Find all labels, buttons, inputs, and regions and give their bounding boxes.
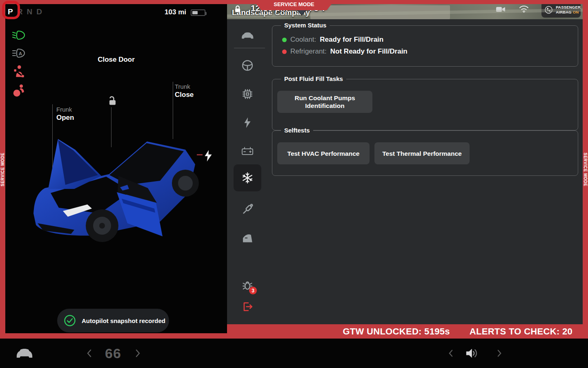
app-dock: 66 ♪ xyxy=(0,339,588,368)
debug-alert-badge: 3 xyxy=(249,287,257,294)
post-fluid-title: Post Fluid Fill Tasks xyxy=(281,75,346,82)
screen: P R N D 103 mi A xyxy=(0,0,588,368)
cabin-temperature[interactable]: 66 xyxy=(100,339,126,368)
locked-padlock-icon[interactable] xyxy=(234,5,242,15)
tab-computer[interactable] xyxy=(237,84,258,104)
toast-text: Autopilot snapshot recorded xyxy=(82,317,165,324)
airbag-line2: AIRBAG xyxy=(556,10,573,14)
tab-closures-door[interactable] xyxy=(237,228,258,248)
service-mode-border-left: SERVICE MODE xyxy=(0,0,5,339)
volume-icon[interactable] xyxy=(461,339,484,368)
trunk-label[interactable]: Trunk Close xyxy=(175,83,194,99)
battery-range: 103 mi xyxy=(165,8,186,16)
service-content: 3 System Status Coolant: Ready for F xyxy=(227,19,583,324)
tab-high-voltage[interactable] xyxy=(237,112,258,133)
airbag-line1: PASSENGER xyxy=(556,5,581,9)
test-thermal-button[interactable]: Test Thermal Performance xyxy=(374,142,470,164)
low-beam-icon xyxy=(12,29,26,43)
refrigerant-value: Not Ready for Fill/Drain xyxy=(330,47,408,56)
test-hvac-button[interactable]: Test HVAC Performance xyxy=(277,142,370,164)
service-mode-right-text: SERVICE MODE xyxy=(583,153,588,186)
gtw-unlocked-text: GTW UNLOCKED: 5195s xyxy=(343,326,450,337)
service-mode-border-bottom xyxy=(0,333,227,339)
battery-fill xyxy=(192,11,198,14)
coolant-label: Coolant: xyxy=(290,36,316,44)
map-redaction-box xyxy=(310,5,450,19)
vehicle-status-panel: P R N D 103 mi A xyxy=(5,4,227,334)
tab-low-voltage-battery[interactable] xyxy=(237,141,258,162)
battery-icon[interactable] xyxy=(191,9,205,16)
close-door-label[interactable]: Close Door xyxy=(5,56,227,64)
tab-debug[interactable]: 3 xyxy=(237,275,258,295)
park-gear-annotation-circle xyxy=(2,1,20,19)
temp-down-chevron[interactable] xyxy=(82,339,96,368)
alerts-to-check-text: ALERTS TO CHECK: 20 xyxy=(470,326,572,337)
volume-up-chevron[interactable] xyxy=(492,339,507,368)
coolant-status-row: Coolant: Ready for Fill/Drain xyxy=(282,36,383,44)
run-coolant-pumps-button[interactable]: Run Coolant Pumps Identification xyxy=(277,91,372,113)
gtw-alert-banner: GTW UNLOCKED: 5195s ALERTS TO CHECK: 20 xyxy=(227,324,588,339)
airbag-warning-icon xyxy=(12,83,26,97)
service-mode-left-text: SERVICE MODE xyxy=(0,153,5,186)
selftests-group: Selftests Test HVAC Performance Test The… xyxy=(272,130,578,176)
coolant-status-dot xyxy=(282,38,287,42)
service-mode-panel: New Image Landscape Company 12:30 pm 73°… xyxy=(227,0,583,324)
wifi-icon[interactable] xyxy=(519,5,529,15)
service-mode-banner-text: SERVICE MODE xyxy=(274,1,314,7)
system-status-group: System Status Coolant: Ready for Fill/Dr… xyxy=(272,25,578,67)
check-circle-icon xyxy=(64,314,76,327)
svg-text:A: A xyxy=(19,51,22,56)
car-controls-icon[interactable] xyxy=(12,339,37,368)
unlocked-padlock-icon[interactable] xyxy=(106,95,118,108)
battery-nub xyxy=(205,12,207,15)
autopilot-toast: Autopilot snapshot recorded xyxy=(57,309,169,332)
post-fluid-fill-group: Post Fluid Fill Tasks Run Coolant Pumps … xyxy=(272,79,578,130)
tab-steering[interactable] xyxy=(237,55,258,76)
tab-suspension[interactable] xyxy=(237,199,258,220)
refrigerant-status-row: Refrigerant: Not Ready for Fill/Drain xyxy=(282,47,408,56)
gear-neutral[interactable]: N xyxy=(27,7,32,16)
airbag-icon xyxy=(544,4,553,16)
refrigerant-label: Refrigerant: xyxy=(290,47,327,56)
service-mode-banner: SERVICE MODE xyxy=(253,0,335,10)
selftests-title: Selftests xyxy=(281,127,313,134)
frunk-label[interactable]: Frunk Open xyxy=(56,106,74,122)
tab-vehicle[interactable] xyxy=(237,25,258,46)
temp-up-chevron[interactable] xyxy=(131,339,145,368)
gear-drive[interactable]: D xyxy=(36,7,42,16)
airbag-status: ON xyxy=(573,10,579,14)
coolant-value: Ready for Fill/Drain xyxy=(320,36,383,44)
system-status-title: System Status xyxy=(281,22,330,29)
seatbelt-warning-icon xyxy=(12,65,26,79)
tab-thermal-hvac-selected[interactable] xyxy=(234,164,261,191)
service-mode-border-right: SERVICE MODE xyxy=(583,0,588,339)
refrigerant-status-dot xyxy=(282,49,287,54)
tab-exit-service[interactable] xyxy=(237,296,258,317)
volume-down-chevron[interactable] xyxy=(443,339,458,368)
dashcam-icon[interactable] xyxy=(496,6,506,15)
sidebar-divider xyxy=(234,48,265,48)
vehicle-3d-render[interactable] xyxy=(25,127,205,247)
